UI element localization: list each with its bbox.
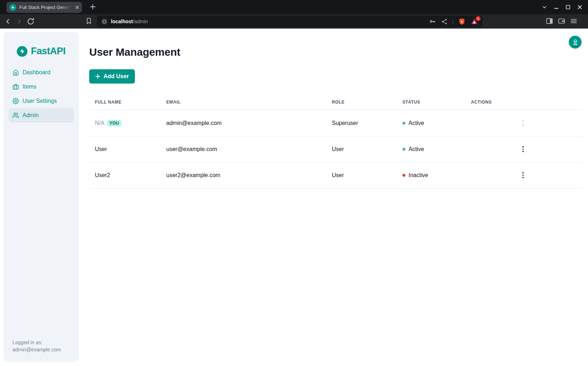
user-menu-button[interactable] [569, 36, 582, 49]
url-path: /admin [133, 19, 148, 24]
gear-icon [12, 98, 19, 104]
site-info-icon[interactable] [101, 19, 107, 25]
main-panel: User Management Add User FULL NAME EMAIL… [79, 29, 588, 189]
fastapi-favicon-icon [9, 4, 16, 11]
users-table: FULL NAME EMAIL ROLE STATUS ACTIONS N/AY… [89, 94, 582, 189]
page-content: FastAPI Dashboard Items User Settings [0, 29, 588, 366]
column-header-status: STATUS [397, 94, 465, 110]
user-astronaut-icon [572, 39, 579, 46]
cell-actions [465, 162, 582, 188]
cell-actions [465, 110, 582, 136]
toolbar-divider [453, 19, 453, 24]
cell-role: User [326, 136, 397, 162]
brave-rewards-icon[interactable]: 1 [471, 18, 478, 25]
logged-in-email: admin@example.com [12, 346, 73, 353]
sidebar-toggle-icon[interactable] [546, 17, 553, 25]
sidebar-item-label: User Settings [22, 98, 57, 104]
cell-email: user2@example.com [161, 162, 326, 188]
cell-status: Inactive [397, 162, 465, 188]
window-minimize-icon[interactable] [554, 5, 559, 10]
fastapi-bolt-icon [17, 46, 27, 57]
window-maximize-icon[interactable] [566, 5, 571, 10]
page-title: User Management [89, 46, 582, 58]
status-dot [402, 148, 405, 151]
back-icon[interactable] [4, 17, 12, 26]
you-badge: YOU [107, 120, 121, 126]
sidebar: FastAPI Dashboard Items User Settings [4, 32, 79, 362]
logged-in-label: Logged in as: [12, 339, 73, 346]
sidebar-nav: Dashboard Items User Settings Admin [4, 65, 79, 122]
password-key-icon[interactable] [429, 18, 436, 25]
row-actions-menu-icon[interactable] [521, 171, 525, 180]
rewards-notification-badge: 1 [476, 16, 481, 21]
sidebar-item-items[interactable]: Items [9, 80, 74, 94]
sidebar-item-label: Items [22, 84, 36, 90]
status-label: Inactive [409, 172, 428, 179]
sidebar-item-dashboard[interactable]: Dashboard [9, 65, 74, 80]
window-controls [542, 0, 582, 14]
briefcase-icon [12, 84, 19, 90]
cell-full-name: User [89, 136, 161, 162]
column-header-role: ROLE [326, 94, 397, 110]
wallet-icon[interactable] [558, 17, 566, 25]
cell-status: Active [397, 110, 465, 136]
cell-email: admin@example.com [161, 110, 326, 136]
tab-title: Full Stack Project Genera [19, 5, 72, 10]
tab-close-icon[interactable] [75, 5, 79, 9]
table-header-row: FULL NAME EMAIL ROLE STATUS ACTIONS [89, 94, 582, 110]
sidebar-item-label: Dashboard [22, 69, 50, 76]
column-header-email: EMAIL [161, 94, 326, 110]
full-name-value: N/A [95, 120, 105, 126]
table-row: User user@example.com User Active [89, 136, 582, 162]
reload-icon[interactable] [26, 17, 35, 26]
plus-icon [95, 74, 100, 79]
url-bar[interactable]: localhost/admin 1 [97, 16, 482, 27]
menu-icon[interactable] [570, 17, 578, 25]
browser-tab[interactable]: Full Stack Project Genera [6, 2, 82, 13]
new-tab-icon[interactable] [89, 3, 96, 10]
browser-tab-bar: Full Stack Project Genera [0, 0, 588, 14]
status-label: Active [409, 146, 424, 152]
table-row: N/AYOU admin@example.com Superuser Activ… [89, 110, 582, 136]
row-actions-menu-icon[interactable] [521, 145, 525, 154]
users-icon [12, 112, 19, 119]
status-label: Active [409, 120, 424, 126]
browser-toolbar: localhost/admin 1 [0, 14, 588, 29]
cell-full-name: User2 [89, 162, 161, 188]
url-host: localhost [111, 19, 133, 24]
cell-role: Superuser [326, 110, 397, 136]
add-user-button[interactable]: Add User [89, 69, 135, 84]
add-user-label: Add User [103, 73, 129, 80]
status-dot [402, 174, 405, 177]
tab-search-chevron-icon[interactable] [542, 5, 547, 10]
window-close-icon[interactable] [577, 5, 582, 10]
column-header-actions: ACTIONS [465, 94, 582, 110]
home-icon [12, 69, 19, 76]
cell-actions [465, 136, 582, 162]
url-text: localhost/admin [111, 19, 148, 24]
column-header-full-name: FULL NAME [89, 94, 161, 110]
forward-icon[interactable] [15, 17, 24, 26]
table-row: User2 user2@example.com User Inactive [89, 162, 582, 188]
fastapi-logo: FastAPI [17, 46, 65, 57]
logged-in-footer: Logged in as: admin@example.com [4, 339, 79, 362]
status-dot [402, 122, 405, 125]
cell-role: User [326, 162, 397, 188]
cell-full-name: N/AYOU [89, 110, 161, 136]
logo-text: FastAPI [31, 46, 65, 57]
row-actions-menu-icon [521, 119, 525, 127]
sidebar-item-user-settings[interactable]: User Settings [9, 94, 74, 108]
sidebar-item-label: Admin [22, 112, 39, 119]
sidebar-item-admin[interactable]: Admin [9, 108, 74, 122]
cell-status: Active [397, 136, 465, 162]
brave-shield-icon[interactable] [458, 18, 466, 25]
share-icon[interactable] [441, 18, 448, 25]
cell-email: user@example.com [161, 136, 326, 162]
bookmark-icon[interactable] [85, 17, 93, 25]
